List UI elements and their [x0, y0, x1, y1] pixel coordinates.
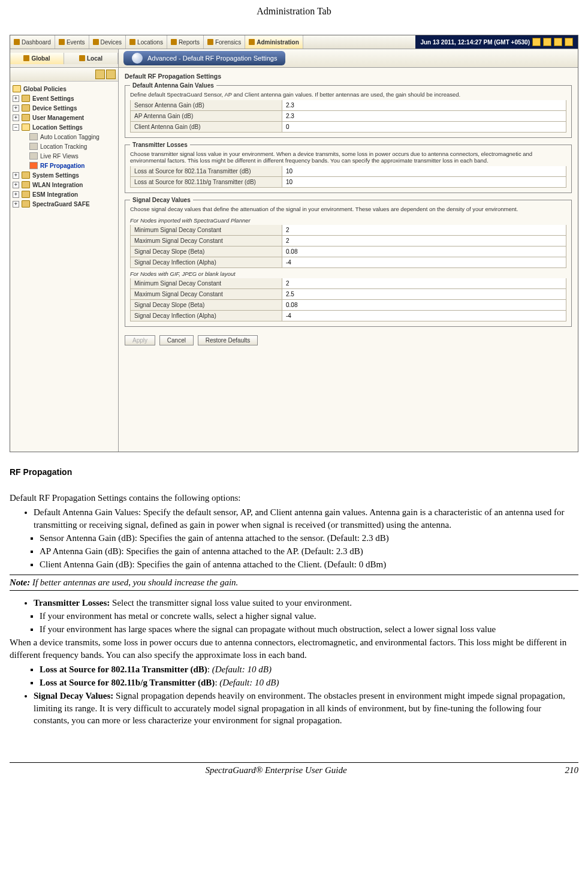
note-text: If better antennas are used, you should …	[30, 578, 238, 587]
tree-system-settings[interactable]: + System Settings	[11, 170, 117, 180]
fieldset-legend: Signal Decay Values	[130, 197, 193, 203]
tree-root[interactable]: Global Policies	[11, 84, 117, 94]
tree-auto-location-tagging[interactable]: Auto Location Tagging	[11, 132, 117, 142]
refresh-icon[interactable]	[532, 38, 541, 46]
subheading: For Nodes with GIF, JPEG or blank layout	[130, 268, 566, 278]
settings-panel: Default RF Propagation Settings Default …	[119, 68, 578, 452]
tab-label: Administration	[257, 39, 299, 46]
min-decay-input[interactable]	[282, 225, 566, 235]
folder-icon	[22, 172, 30, 179]
scope-label: Local	[87, 55, 102, 62]
tree-rf-propagation[interactable]: RF Propagation	[11, 161, 117, 170]
tab-administration[interactable]: Administration	[245, 35, 303, 49]
footer-title: SpectraGuard® Enterprise User Guide	[10, 765, 542, 775]
banner-text: Advanced - Default RF Propagation Settin…	[147, 55, 277, 62]
tab-label: Devices	[101, 39, 122, 46]
tree-location-settings[interactable]: − Location Settings	[11, 122, 117, 132]
tab-label: Reports	[179, 39, 200, 46]
decay-inflection-input[interactable]	[282, 257, 566, 267]
list-item: Client Antenna Gain (dB): Specifies the …	[40, 558, 578, 570]
sub-bullet-list: If your environment has metal or concret…	[40, 610, 578, 636]
main-tabstrip: Dashboard Events Devices Locations Repor…	[10, 35, 415, 49]
tree-spectraguard-safe[interactable]: + SpectraGuard SAFE	[11, 199, 117, 209]
administration-icon	[249, 39, 255, 45]
expand-icon[interactable]: +	[13, 95, 19, 102]
tree-location-tracking[interactable]: Location Tracking	[11, 142, 117, 151]
expand-icon[interactable]: +	[13, 201, 19, 208]
tree-esm-integration[interactable]: + ESM Integration	[11, 190, 117, 199]
tree-wlan-integration[interactable]: + WLAN Integration	[11, 180, 117, 190]
scope-global[interactable]: Global	[10, 53, 64, 64]
tree-live-rf-views[interactable]: Live RF Views	[11, 151, 117, 161]
expand-icon[interactable]: +	[13, 182, 19, 188]
tree-event-settings[interactable]: + Event Settings	[11, 94, 117, 103]
leaf-icon	[29, 133, 38, 140]
locations-icon	[129, 39, 135, 45]
tree-label: Location Tracking	[40, 143, 87, 150]
expand-icon[interactable]: +	[13, 115, 19, 121]
minimize-icon[interactable]	[554, 38, 562, 46]
leaf-icon	[29, 152, 38, 160]
decay-inflection-input-2[interactable]	[282, 311, 566, 321]
expand-icon[interactable]: +	[13, 191, 19, 198]
rf-icon	[29, 162, 38, 169]
ap-antenna-gain-input[interactable]	[282, 111, 566, 121]
field-label: Minimum Signal Decay Constant	[131, 225, 282, 235]
list-item: If your environment has large spaces whe…	[40, 623, 578, 635]
restore-defaults-button[interactable]: Restore Defaults	[198, 335, 258, 345]
expand-icon[interactable]: +	[13, 172, 19, 179]
events-icon	[59, 39, 65, 45]
leaf-icon	[29, 143, 38, 150]
subheading: For Nodes imported with SpectraGuard Pla…	[130, 215, 566, 225]
min-decay-input-2[interactable]	[282, 278, 566, 288]
loss-80211a-input[interactable]	[282, 166, 566, 176]
local-icon	[79, 55, 85, 61]
scope-local[interactable]: Local	[64, 53, 118, 64]
max-decay-input[interactable]	[282, 236, 566, 246]
tab-dashboard[interactable]: Dashboard	[10, 35, 55, 49]
tab-label: Forensics	[215, 39, 241, 46]
sensor-antenna-gain-input[interactable]	[282, 100, 566, 110]
fieldset-desc: Choose signal decay values that define t…	[130, 206, 566, 215]
tab-devices[interactable]: Devices	[89, 35, 126, 49]
dashboard-icon	[14, 39, 20, 45]
decay-slope-input-2[interactable]	[282, 300, 566, 310]
help-icon[interactable]	[543, 38, 551, 46]
field-label: AP Antenna Gain (dB)	[131, 111, 282, 121]
bullet-list: Default Antenna Gain Values: Specify the…	[34, 506, 578, 531]
client-antenna-gain-input[interactable]	[282, 122, 566, 132]
tab-locations[interactable]: Locations	[126, 35, 167, 49]
field-label: Sensor Antenna Gain (dB)	[131, 100, 282, 110]
italic-text: (Default: 10 dB)	[212, 665, 272, 674]
form-row: Loss at Source for 802.11b/g Transmitter…	[130, 177, 566, 188]
form-row: Sensor Antenna Gain (dB)	[130, 100, 566, 111]
field-label: Signal Decay Slope (Beta)	[131, 300, 282, 310]
expand-icon[interactable]: +	[13, 105, 19, 112]
reports-icon	[171, 39, 177, 45]
tool-icon[interactable]	[95, 70, 105, 79]
loss-80211bg-input[interactable]	[282, 177, 566, 187]
tree-user-management[interactable]: + User Management	[11, 113, 117, 122]
list-item: Loss at Source for 802.11b/g Transmitter…	[40, 676, 578, 688]
folder-icon	[22, 114, 30, 121]
sub-bullet-list: Loss at Source for 802.11a Transmitter (…	[40, 663, 578, 689]
field-label: Loss at Source for 802.11b/g Transmitter…	[131, 177, 282, 187]
cancel-button[interactable]: Cancel	[159, 335, 194, 345]
tool-icon[interactable]	[106, 70, 116, 79]
max-decay-input-2[interactable]	[282, 289, 566, 299]
form-row: Minimum Signal Decay Constant	[130, 278, 566, 289]
tab-events[interactable]: Events	[55, 35, 89, 49]
field-label: Maximum Signal Decay Constant	[131, 289, 282, 299]
decay-slope-input[interactable]	[282, 246, 566, 257]
field-label: Signal Decay Slope (Beta)	[131, 246, 282, 257]
panel-title: Default RF Propagation Settings	[125, 71, 572, 82]
tab-forensics[interactable]: Forensics	[204, 35, 245, 49]
antenna-gain-fieldset: Default Antenna Gain Values Define defau…	[125, 82, 572, 138]
tree-label: User Management	[32, 115, 84, 121]
tree-device-settings[interactable]: + Device Settings	[11, 103, 117, 113]
maximize-icon[interactable]	[565, 38, 573, 46]
tab-reports[interactable]: Reports	[167, 35, 204, 49]
tree-label: Location Settings	[32, 124, 83, 131]
collapse-icon[interactable]: −	[13, 124, 19, 131]
scope-label: Global	[31, 55, 50, 62]
